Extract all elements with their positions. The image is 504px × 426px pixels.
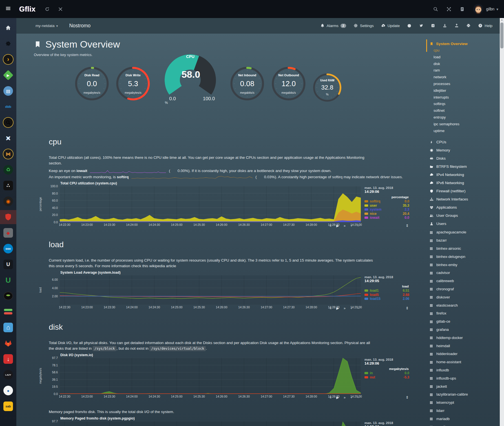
settings-button[interactable]: Settings (353, 23, 374, 28)
menu-app-cadvisor[interactable]: cadvisor (426, 269, 500, 277)
menu-app-grafana[interactable]: grafana (426, 326, 500, 334)
menu-app-bazarr[interactable]: bazarr (426, 237, 500, 245)
menu-section-applications[interactable]: Applications (426, 203, 500, 211)
sidebar-item-unraid[interactable]: U (0, 257, 16, 271)
user-avatar[interactable] (473, 4, 483, 14)
server-dropdown[interactable]: my-netdata▼ (36, 24, 58, 28)
menu-item-ram[interactable]: ram (426, 67, 500, 74)
chart-zoom-in-button[interactable]: + (350, 224, 352, 228)
menu-item-entropy[interactable]: entropy (426, 114, 500, 121)
menu-section-user-groups[interactable]: User Groups (426, 211, 500, 220)
chart-plot-area[interactable]: 14:22:3014:23:0014:23:3014:24:0014:24:30… (60, 358, 361, 394)
legend-item-nice[interactable]: nice20.4 (364, 212, 409, 216)
menu-app-letsencrypt[interactable]: letsencrypt (426, 399, 500, 407)
hamburger-menu-icon[interactable] (0, 5, 16, 13)
menu-item-processes[interactable]: processes (426, 81, 500, 87)
sidebar-item-jackett-search[interactable] (0, 115, 16, 130)
menu-app-influxdb-ups[interactable]: influxdb-ups (426, 374, 500, 383)
legend-item-out[interactable]: out-5.3 (364, 375, 409, 380)
menu-section-disks[interactable]: Disks (426, 154, 500, 162)
chart-backward-button[interactable]: « (330, 396, 331, 400)
menu-app-elasticsearch[interactable]: elasticsearch (426, 302, 500, 310)
username-menu[interactable]: gilbn▼ (486, 7, 499, 11)
gauge-disk-write[interactable]: Disk Write5.3megabytes/s (115, 65, 151, 103)
legend-item-load1[interactable]: load16.51 (364, 289, 409, 293)
legend-item-iowait[interactable]: iowait0.0 (364, 216, 409, 220)
menu-app-gitlab-ce[interactable]: gitlab-ce (426, 318, 500, 326)
legend-item-load15[interactable]: load152.06 (364, 297, 409, 301)
chart-disk[interactable]: Disk I/O (system.io)megabytes/s97.778.15… (37, 353, 409, 394)
menu-app-binhex-delugevpn[interactable]: binhex-delugevpn (426, 253, 500, 261)
menu-item-softirqs[interactable]: softirqs (426, 101, 500, 107)
chart-forward-button[interactable]: » (344, 396, 346, 400)
sidebar-item-red-shield[interactable] (0, 210, 16, 224)
fullscreen-icon[interactable] (446, 6, 452, 12)
menu-section-ipv6-networking[interactable]: IPv6 Networking (426, 179, 500, 187)
menu-app-diskover[interactable]: diskover (426, 293, 500, 302)
update-button[interactable]: Update (381, 23, 400, 28)
scrollbar-thumb[interactable] (500, 23, 503, 48)
menu-item-disk[interactable]: disk (426, 61, 500, 67)
chart-resize-handle[interactable]: ⇕ (406, 395, 409, 400)
print-icon[interactable] (466, 23, 471, 28)
menu-section-memory[interactable]: Memory (426, 146, 500, 154)
sidebar-item-home-assistant[interactable]: ⌂ (0, 320, 16, 334)
sidebar-item-status-pills[interactable] (0, 305, 16, 319)
app-title[interactable]: Gflix (19, 5, 36, 13)
sidebar-item-emby[interactable]: ▶ (0, 68, 16, 82)
gauge-disk-read[interactable]: Disk Read0.0megabytes/s (74, 65, 110, 103)
sidebar-item-download-shield[interactable]: ↓ (0, 352, 16, 366)
sidebar-item-nextcloud[interactable]: ooo (0, 242, 16, 256)
chart-resize-handle[interactable]: ⇕ (406, 306, 409, 310)
chart-plot-area[interactable]: 14:22:3014:23:0014:23:3014:24:0014:24:30… (60, 275, 361, 305)
chart-plot-area[interactable]: 14:22:3014:23:0014:23:3014:24:0014:24:30… (60, 421, 361, 426)
menu-section-ipv4-networking[interactable]: IPv4 Networking (426, 171, 500, 179)
facebook-icon[interactable] (431, 23, 435, 28)
menu-app-home-assistant[interactable]: home-assistant (426, 358, 500, 366)
menu-app-apacheguacamole[interactable]: apacheguacamole (426, 228, 500, 237)
legend-item-softirq[interactable]: softirq0.0 (364, 199, 409, 204)
sidebar-item-settings-gear[interactable] (0, 37, 16, 51)
chart-zoom-out-button[interactable]: − (357, 224, 359, 228)
menu-app-binhex-airsonic[interactable]: binhex-airsonic (426, 245, 500, 253)
scrollbar-up-arrow[interactable]: ▲ (500, 19, 504, 21)
sidebar-item-library-books[interactable]: ▤ (0, 84, 16, 98)
menu-app-lazylibrarian-calibre[interactable]: lazylibrarian-calibre (426, 391, 500, 399)
refresh-icon[interactable] (45, 6, 50, 12)
menu-app-jackett[interactable]: jackett (426, 383, 500, 391)
chart-play-button[interactable]: ▶ (336, 224, 339, 228)
menu-item-load[interactable]: load (426, 54, 500, 61)
chart-play-button[interactable]: ▶ (336, 306, 339, 310)
sidebar-item-red-cubes[interactable]: ◆ (0, 226, 16, 240)
export-icon[interactable] (454, 23, 459, 28)
twitter-icon[interactable] (419, 23, 423, 28)
menu-section-network-interfaces[interactable]: Network Interfaces (426, 195, 500, 203)
sidebar-item-saucer[interactable] (0, 289, 16, 303)
sidebar-item-node-graph[interactable]: ∴ (0, 179, 16, 193)
chart-cpu[interactable]: Total CPU utilization (system.cpu)percen… (37, 181, 409, 222)
menu-section-firewall-netfilter-[interactable]: Firewall (netfilter) (426, 187, 500, 195)
menu-section-users[interactable]: Users (426, 220, 500, 228)
menu-app-chronograf[interactable]: chronograf (426, 285, 500, 293)
search-icon[interactable] (433, 6, 438, 12)
chart-backward-button[interactable]: « (330, 224, 331, 228)
legend-item-user[interactable]: user35.3 (364, 204, 409, 208)
sidebar-item-sabnzbd[interactable]: sab (0, 399, 16, 413)
menu-system-overview[interactable]: System Overview (426, 33, 500, 47)
vertical-scrollbar[interactable]: ▲ (500, 18, 504, 426)
gauge-net-inbound[interactable]: Net Inbound0.08megabits/s (229, 65, 266, 103)
gauge-used-ram[interactable]: Used RAM32.8% (312, 72, 343, 104)
menu-section-btrfs-filesystem[interactable]: BTRFS filesystem (426, 162, 500, 171)
chart-play-button[interactable]: ▶ (336, 396, 339, 400)
chart-pgpgio[interactable]: Memory Paged from/to disk (system.pgpgio… (37, 416, 409, 426)
menu-app-binhex-emby[interactable]: binhex-emby (426, 261, 500, 269)
chart-plot-area[interactable]: 14:22:3014:23:0014:23:3014:24:0014:24:30… (60, 186, 361, 222)
sidebar-item-bowtie[interactable]: ⋈ (0, 147, 16, 161)
help-button[interactable]: Help (478, 23, 492, 28)
menu-item-softnet[interactable]: softnet (426, 107, 500, 114)
menu-item-uptime[interactable]: uptime (426, 128, 500, 134)
github-icon[interactable] (407, 23, 412, 28)
chart-load[interactable]: System Load Average (system.load)load6.0… (37, 271, 409, 305)
menu-app-calibreweb[interactable]: calibreweb (426, 277, 500, 285)
sidebar-item-grafana[interactable]: ◉ (0, 194, 16, 208)
